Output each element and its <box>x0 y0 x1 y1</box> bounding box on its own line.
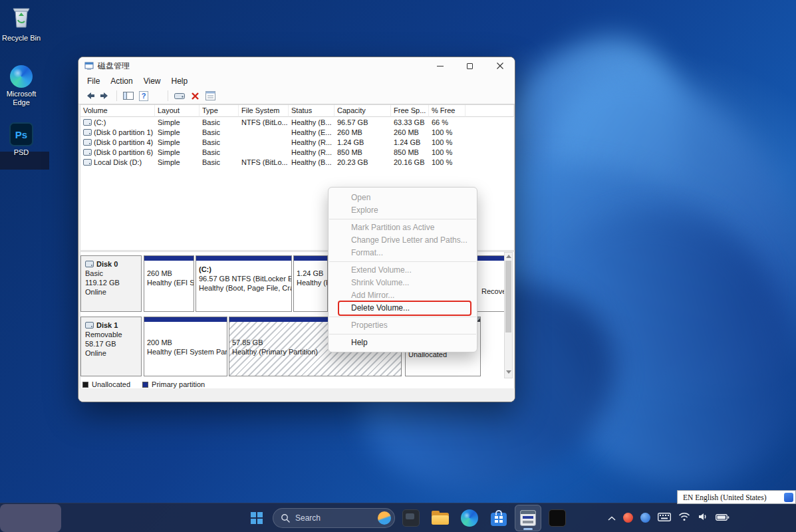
recycle-bin-icon <box>10 4 33 29</box>
properties-list-button[interactable] <box>204 90 216 102</box>
minimize-button[interactable] <box>425 57 455 74</box>
tray-app-blue-icon[interactable] <box>640 513 650 523</box>
disk-name: Disk 1 <box>96 321 118 330</box>
menu-item-add-mirror: Add Mirror... <box>329 289 477 302</box>
menu-file[interactable]: File <box>82 75 105 87</box>
disk-size: 58.17 GB <box>85 339 137 348</box>
toolbar-separator <box>116 90 117 101</box>
network-button[interactable] <box>678 512 690 524</box>
volume-name: (C:) <box>94 118 106 126</box>
delete-volume-button[interactable] <box>189 90 201 102</box>
table-row[interactable]: (Disk 0 partition 6) Simple Basic Health… <box>80 147 514 157</box>
desktop-icon-psd[interactable]: Ps PSD <box>0 122 43 157</box>
battery-button[interactable] <box>716 512 730 524</box>
volume-icon <box>83 149 92 156</box>
forward-button[interactable] <box>99 90 111 102</box>
column-header-layout[interactable]: Layout <box>155 105 199 117</box>
cell-percentfree: 100 % <box>429 138 465 146</box>
taskbar-file-explorer[interactable] <box>427 505 454 531</box>
menu-separator <box>329 261 476 262</box>
column-header-percentfree[interactable]: % Free <box>429 105 465 117</box>
desktop-icon-recycle-bin[interactable]: Recycle Bin <box>0 4 43 43</box>
taskbar-disk-management[interactable] <box>515 505 541 531</box>
menu-view[interactable]: View <box>138 75 166 87</box>
legend-label: Unallocated <box>92 380 130 388</box>
scroll-up-icon <box>506 255 511 258</box>
cell-freespace: 260 MB <box>391 128 429 136</box>
table-row[interactable]: (Disk 0 partition 4) Simple Basic Health… <box>80 137 514 147</box>
menu-separator <box>329 317 476 317</box>
maximize-button[interactable] <box>455 57 485 74</box>
scrollbar-thumb[interactable] <box>505 261 511 332</box>
taskbar-store[interactable] <box>485 505 512 531</box>
table-row[interactable]: (C:) Simple Basic NTFS (BitLo... Healthy… <box>80 117 514 127</box>
menu-item-format: Format... <box>329 247 477 259</box>
menu-action[interactable]: Action <box>105 75 138 87</box>
column-header-capacity[interactable]: Capacity <box>334 105 391 117</box>
partition-disk0-c[interactable]: (C:) 96.57 GB NTFS (BitLocker Encr Healt… <box>196 255 292 312</box>
legend-label: Primary partition <box>152 380 205 388</box>
touch-keyboard-button[interactable] <box>658 512 671 524</box>
tray-app-red-icon[interactable] <box>623 513 633 523</box>
window-titlebar[interactable]: 磁盘管理 <box>78 57 515 74</box>
disk1-label-panel[interactable]: Disk 1 Removable 58.17 GB Online <box>80 317 142 376</box>
disk-properties-button[interactable] <box>174 90 186 102</box>
taskbar-edge[interactable] <box>456 505 483 531</box>
close-icon <box>497 63 503 69</box>
tray-overflow-button[interactable] <box>608 512 616 524</box>
menu-help[interactable]: Help <box>166 75 194 87</box>
scrollbar[interactable] <box>504 252 513 378</box>
ime-icon[interactable] <box>784 493 793 502</box>
disk-status: Online <box>85 287 137 297</box>
language-bar[interactable]: EN English (United States) <box>677 490 796 504</box>
keyboard-icon <box>658 513 671 521</box>
partition-disk0-efi[interactable]: 260 MB Healthy (EFI S <box>144 255 194 312</box>
partition-disk0-recovery1[interactable]: 1.24 GB Healthy (R <box>293 255 328 312</box>
cell-capacity: 20.23 GB <box>334 158 391 166</box>
taskbar: Search <box>0 503 796 532</box>
photoshop-icon: Ps <box>9 122 33 146</box>
toolbar: ? <box>78 88 515 104</box>
partition-status: Healthy (R <box>297 278 325 287</box>
volume-icon <box>83 129 92 136</box>
desktop-icon-edge[interactable]: Microsoft Edge <box>0 65 43 107</box>
search-highlight-icon[interactable] <box>378 511 391 525</box>
console-tree-button[interactable] <box>122 90 134 102</box>
cell-freespace: 1.24 GB <box>391 138 429 146</box>
cell-status: Healthy (B... <box>289 118 334 126</box>
partition-disk1-efi[interactable]: 200 MB Healthy (EFI System Part <box>144 317 227 376</box>
search-box[interactable]: Search <box>273 508 395 528</box>
window-statusbar <box>78 388 515 402</box>
help-button[interactable]: ? <box>138 90 150 102</box>
column-header-type[interactable]: Type <box>199 105 239 117</box>
volume-button[interactable] <box>698 512 708 524</box>
back-button[interactable] <box>84 90 96 102</box>
window-title: 磁盘管理 <box>98 61 130 72</box>
partition-size: 200 MB <box>147 338 224 347</box>
start-button[interactable] <box>243 505 270 531</box>
menu-item-help[interactable]: Help <box>329 336 477 349</box>
column-header-status[interactable]: Status <box>289 105 334 117</box>
cell-capacity: 850 MB <box>334 148 391 156</box>
cell-percentfree: 100 % <box>429 148 465 156</box>
volume-name: Local Disk (D:) <box>94 158 142 166</box>
menu-item-delete-volume[interactable]: Delete Volume... <box>329 302 477 315</box>
column-header-freespace[interactable]: Free Sp... <box>391 105 429 117</box>
taskbar-app-dark[interactable] <box>398 505 424 531</box>
column-header-filesystem[interactable]: File System <box>239 105 289 117</box>
disk-icon <box>85 322 94 329</box>
table-header: Volume Layout Type File System Status Ca… <box>80 105 514 117</box>
table-row[interactable]: Local Disk (D:) Simple Basic NTFS (BitLo… <box>80 157 514 167</box>
partition-color-bar <box>144 317 227 322</box>
taskbar-terminal[interactable] <box>544 505 571 531</box>
partition-size: 96.57 GB NTFS (BitLocker Encr <box>199 274 289 283</box>
running-indicator <box>523 528 533 530</box>
menu-separator <box>329 219 476 219</box>
disk0-label-panel[interactable]: Disk 0 Basic 119.12 GB Online <box>80 255 142 312</box>
column-header-volume[interactable]: Volume <box>80 105 155 117</box>
console-tree-icon <box>123 91 134 100</box>
chevron-up-icon <box>608 516 616 521</box>
cell-type: Basic <box>199 158 239 166</box>
close-button[interactable] <box>485 57 515 74</box>
table-row[interactable]: (Disk 0 partition 1) Simple Basic Health… <box>80 127 514 137</box>
